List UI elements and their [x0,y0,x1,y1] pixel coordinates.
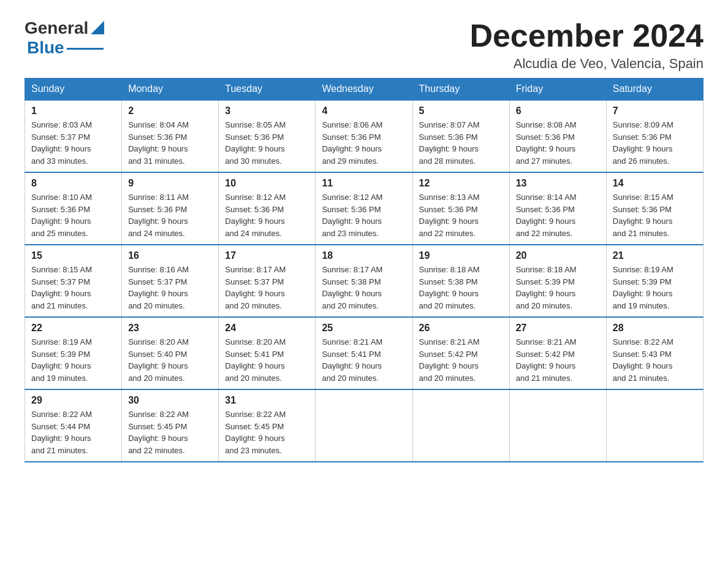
calendar-cell: 7Sunrise: 8:09 AMSunset: 5:36 PMDaylight… [606,100,703,172]
logo: General Blue [25,18,104,58]
day-number: 5 [419,105,503,117]
day-number: 2 [128,105,212,117]
day-info: Sunrise: 8:22 AMSunset: 5:44 PMDaylight:… [31,408,115,456]
day-number: 19 [419,250,503,261]
day-info: Sunrise: 8:04 AMSunset: 5:36 PMDaylight:… [128,119,212,167]
calendar-cell: 15Sunrise: 8:15 AMSunset: 5:37 PMDayligh… [25,245,122,317]
calendar-header-thursday: Thursday [412,79,509,101]
calendar-header-friday: Friday [509,79,606,101]
day-info: Sunrise: 8:08 AMSunset: 5:36 PMDaylight:… [516,119,600,167]
logo-triangle-icon [91,21,104,34]
calendar-week-row: 29Sunrise: 8:22 AMSunset: 5:44 PMDayligh… [25,389,703,462]
day-info: Sunrise: 8:17 AMSunset: 5:37 PMDaylight:… [225,264,309,312]
calendar-cell: 21Sunrise: 8:19 AMSunset: 5:39 PMDayligh… [606,245,703,317]
day-number: 21 [613,250,697,261]
calendar-header-monday: Monday [122,79,219,101]
day-info: Sunrise: 8:17 AMSunset: 5:38 PMDaylight:… [322,264,406,312]
day-number: 8 [31,178,115,189]
calendar-cell: 6Sunrise: 8:08 AMSunset: 5:36 PMDaylight… [509,100,606,172]
day-info: Sunrise: 8:21 AMSunset: 5:42 PMDaylight:… [419,336,503,384]
calendar-cell: 4Sunrise: 8:06 AMSunset: 5:36 PMDaylight… [316,100,412,172]
day-number: 31 [225,395,309,406]
day-info: Sunrise: 8:21 AMSunset: 5:42 PMDaylight:… [516,336,600,384]
day-number: 27 [516,323,600,334]
calendar-table: SundayMondayTuesdayWednesdayThursdayFrid… [25,78,703,462]
day-info: Sunrise: 8:09 AMSunset: 5:36 PMDaylight:… [613,119,697,167]
day-number: 16 [128,250,212,261]
logo-blue-text: Blue [27,38,64,58]
title-section: December 2024 Alcudia de Veo, Valencia, … [469,18,703,72]
day-info: Sunrise: 8:19 AMSunset: 5:39 PMDaylight:… [613,264,697,312]
day-number: 14 [613,178,697,189]
day-info: Sunrise: 8:16 AMSunset: 5:37 PMDaylight:… [128,264,212,312]
day-info: Sunrise: 8:13 AMSunset: 5:36 PMDaylight:… [419,191,503,239]
day-number: 30 [128,395,212,406]
day-number: 25 [322,323,406,334]
calendar-cell [316,389,412,462]
logo-general-text: General [25,18,88,38]
calendar-week-row: 15Sunrise: 8:15 AMSunset: 5:37 PMDayligh… [25,245,703,317]
calendar-cell: 26Sunrise: 8:21 AMSunset: 5:42 PMDayligh… [412,317,509,389]
calendar-week-row: 22Sunrise: 8:19 AMSunset: 5:39 PMDayligh… [25,317,703,389]
calendar-cell: 2Sunrise: 8:04 AMSunset: 5:36 PMDaylight… [122,100,219,172]
day-number: 4 [322,105,406,117]
calendar-cell: 11Sunrise: 8:12 AMSunset: 5:36 PMDayligh… [316,172,412,245]
day-number: 7 [613,105,697,117]
day-number: 29 [31,395,115,406]
calendar-cell [509,389,606,462]
calendar-cell: 3Sunrise: 8:05 AMSunset: 5:36 PMDaylight… [219,100,316,172]
calendar-cell: 5Sunrise: 8:07 AMSunset: 5:36 PMDaylight… [412,100,509,172]
location-title: Alcudia de Veo, Valencia, Spain [469,56,703,72]
calendar-cell: 10Sunrise: 8:12 AMSunset: 5:36 PMDayligh… [219,172,316,245]
day-number: 3 [225,105,309,117]
day-number: 17 [225,250,309,261]
calendar-cell: 12Sunrise: 8:13 AMSunset: 5:36 PMDayligh… [412,172,509,245]
calendar-header-row: SundayMondayTuesdayWednesdayThursdayFrid… [25,79,703,101]
day-info: Sunrise: 8:14 AMSunset: 5:36 PMDaylight:… [516,191,600,239]
day-number: 15 [31,250,115,261]
calendar-cell: 17Sunrise: 8:17 AMSunset: 5:37 PMDayligh… [219,245,316,317]
calendar-week-row: 8Sunrise: 8:10 AMSunset: 5:36 PMDaylight… [25,172,703,245]
day-info: Sunrise: 8:12 AMSunset: 5:36 PMDaylight:… [322,191,406,239]
day-number: 9 [128,178,212,189]
calendar-cell: 19Sunrise: 8:18 AMSunset: 5:38 PMDayligh… [412,245,509,317]
day-number: 22 [31,323,115,334]
day-info: Sunrise: 8:03 AMSunset: 5:37 PMDaylight:… [31,119,115,167]
day-info: Sunrise: 8:05 AMSunset: 5:36 PMDaylight:… [225,119,309,167]
calendar-header-tuesday: Tuesday [219,79,316,101]
day-number: 10 [225,178,309,189]
day-info: Sunrise: 8:22 AMSunset: 5:43 PMDaylight:… [613,336,697,384]
calendar-cell: 29Sunrise: 8:22 AMSunset: 5:44 PMDayligh… [25,389,122,462]
calendar-cell: 8Sunrise: 8:10 AMSunset: 5:36 PMDaylight… [25,172,122,245]
svg-marker-0 [91,21,104,34]
day-info: Sunrise: 8:22 AMSunset: 5:45 PMDaylight:… [128,408,212,456]
day-info: Sunrise: 8:15 AMSunset: 5:36 PMDaylight:… [613,191,697,239]
calendar-cell [606,389,703,462]
day-number: 1 [31,105,115,117]
day-number: 18 [322,250,406,261]
day-info: Sunrise: 8:22 AMSunset: 5:45 PMDaylight:… [225,408,309,456]
calendar-cell: 31Sunrise: 8:22 AMSunset: 5:45 PMDayligh… [219,389,316,462]
calendar-cell: 22Sunrise: 8:19 AMSunset: 5:39 PMDayligh… [25,317,122,389]
day-info: Sunrise: 8:06 AMSunset: 5:36 PMDaylight:… [322,119,406,167]
day-number: 13 [516,178,600,189]
calendar-cell: 20Sunrise: 8:18 AMSunset: 5:39 PMDayligh… [509,245,606,317]
day-info: Sunrise: 8:07 AMSunset: 5:36 PMDaylight:… [419,119,503,167]
calendar-week-row: 1Sunrise: 8:03 AMSunset: 5:37 PMDaylight… [25,100,703,172]
calendar-cell: 9Sunrise: 8:11 AMSunset: 5:36 PMDaylight… [122,172,219,245]
day-number: 11 [322,178,406,189]
day-number: 28 [613,323,697,334]
day-info: Sunrise: 8:19 AMSunset: 5:39 PMDaylight:… [31,336,115,384]
month-title: December 2024 [469,18,703,53]
day-number: 20 [516,250,600,261]
day-info: Sunrise: 8:10 AMSunset: 5:36 PMDaylight:… [31,191,115,239]
day-info: Sunrise: 8:11 AMSunset: 5:36 PMDaylight:… [128,191,212,239]
calendar-cell: 13Sunrise: 8:14 AMSunset: 5:36 PMDayligh… [509,172,606,245]
calendar-header-saturday: Saturday [606,79,703,101]
day-info: Sunrise: 8:12 AMSunset: 5:36 PMDaylight:… [225,191,309,239]
day-number: 23 [128,323,212,334]
day-number: 26 [419,323,503,334]
day-info: Sunrise: 8:18 AMSunset: 5:38 PMDaylight:… [419,264,503,312]
day-info: Sunrise: 8:20 AMSunset: 5:41 PMDaylight:… [225,336,309,384]
page-header: General Blue December 2024 Alcudia de Ve… [25,18,703,72]
